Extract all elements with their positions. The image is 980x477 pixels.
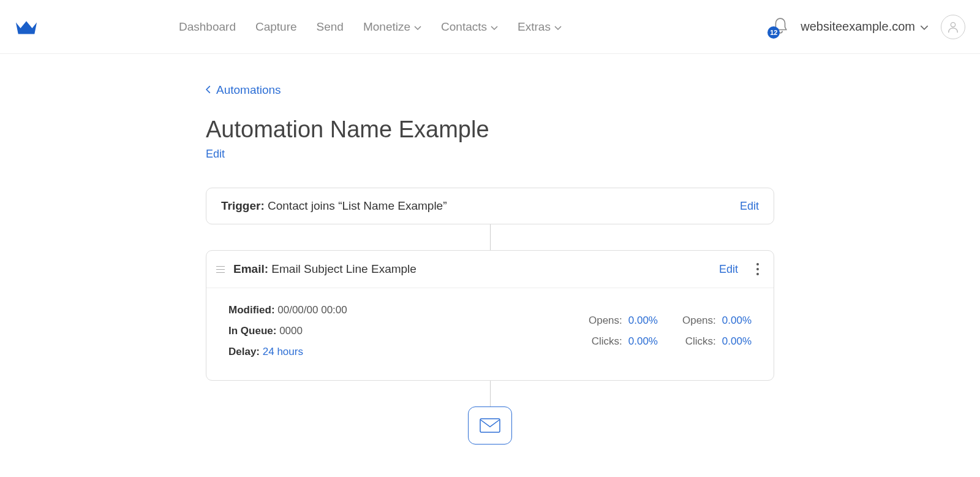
connector-line xyxy=(490,224,491,250)
edit-name-link[interactable]: Edit xyxy=(206,148,225,161)
more-options-icon[interactable] xyxy=(754,261,761,278)
stats-col-1: Opens: 0.00% Clicks: 0.00% xyxy=(589,315,658,348)
nav-contacts[interactable]: Contacts xyxy=(441,20,498,34)
opens-label: Opens: xyxy=(589,315,622,327)
nav-capture[interactable]: Capture xyxy=(255,20,297,34)
opens-label: Opens: xyxy=(682,315,716,327)
nav-dashboard[interactable]: Dashboard xyxy=(179,20,236,34)
chevron-down-icon xyxy=(491,20,498,34)
nav-label: Capture xyxy=(255,20,297,34)
nav-extras[interactable]: Extras xyxy=(518,20,562,34)
main-nav: Dashboard Capture Send Monetize Contacts… xyxy=(179,20,562,34)
breadcrumb-automations[interactable]: Automations xyxy=(206,83,774,97)
opens-value-link[interactable]: 0.00% xyxy=(722,315,752,327)
trigger-text: Contact joins “List Name Example” xyxy=(268,199,447,212)
clicks-value-link[interactable]: 0.00% xyxy=(722,335,752,348)
nav-label: Monetize xyxy=(363,20,410,34)
email-step-card: Email: Email Subject Line Example Edit M… xyxy=(206,250,774,381)
notification-count-badge: 12 xyxy=(767,26,780,39)
chevron-down-icon xyxy=(414,20,421,34)
meta-list: Modified: 00/00/00 00:00 In Queue: 0000 … xyxy=(228,304,347,358)
modified-value: 00/00/00 00:00 xyxy=(277,304,347,316)
delay-label: Delay: xyxy=(228,346,260,357)
notifications-button[interactable]: 12 xyxy=(772,17,788,37)
clicks-label: Clicks: xyxy=(592,335,622,348)
delay-row: Delay: 24 hours xyxy=(228,346,347,358)
modified-row: Modified: 00/00/00 00:00 xyxy=(228,304,347,316)
trigger-prefix: Trigger: xyxy=(221,199,265,212)
opens-row-2: Opens: 0.00% xyxy=(682,315,752,327)
header-right: 12 websiteexample.com xyxy=(772,15,965,39)
domain-label: websiteexample.com xyxy=(801,20,915,34)
stats-col-2: Opens: 0.00% Clicks: 0.00% xyxy=(682,315,752,348)
trigger-label: Trigger: Contact joins “List Name Exampl… xyxy=(221,199,447,213)
email-card-header: Email: Email Subject Line Example Edit xyxy=(206,251,774,288)
chevron-down-icon xyxy=(920,20,929,34)
chevron-left-icon xyxy=(206,83,211,97)
page-title: Automation Name Example xyxy=(206,116,774,143)
queue-row: In Queue: 0000 xyxy=(228,325,347,337)
top-header: Dashboard Capture Send Monetize Contacts… xyxy=(0,0,980,54)
person-icon xyxy=(946,20,960,34)
edit-trigger-link[interactable]: Edit xyxy=(740,200,759,213)
clicks-row: Clicks: 0.00% xyxy=(589,335,658,348)
add-email-button[interactable] xyxy=(468,406,512,445)
queue-label: In Queue: xyxy=(228,325,276,337)
stats-block: Opens: 0.00% Clicks: 0.00% Opens: 0.00% … xyxy=(589,304,752,358)
breadcrumb-label: Automations xyxy=(216,83,281,97)
clicks-row-2: Clicks: 0.00% xyxy=(682,335,752,348)
opens-value-link[interactable]: 0.00% xyxy=(628,315,658,327)
user-avatar[interactable] xyxy=(941,15,965,39)
crown-logo-icon[interactable] xyxy=(15,18,38,36)
delay-value-link[interactable]: 24 hours xyxy=(263,346,303,357)
queue-value: 0000 xyxy=(279,325,303,337)
chevron-down-icon xyxy=(554,20,562,34)
opens-row: Opens: 0.00% xyxy=(589,315,658,327)
envelope-icon xyxy=(480,418,500,433)
modified-label: Modified: xyxy=(228,304,275,316)
drag-handle-icon[interactable] xyxy=(216,266,225,273)
clicks-label: Clicks: xyxy=(685,335,716,348)
svg-rect-1 xyxy=(480,419,500,432)
email-prefix: Email: xyxy=(233,262,268,275)
edit-email-link[interactable]: Edit xyxy=(719,263,738,276)
nav-label: Send xyxy=(317,20,344,34)
nav-monetize[interactable]: Monetize xyxy=(363,20,421,34)
domain-selector[interactable]: websiteexample.com xyxy=(801,20,929,34)
connector-line xyxy=(490,381,491,406)
email-card-body: Modified: 00/00/00 00:00 In Queue: 0000 … xyxy=(206,288,774,380)
email-label: Email: Email Subject Line Example xyxy=(233,262,710,276)
clicks-value-link[interactable]: 0.00% xyxy=(628,335,658,348)
nav-send[interactable]: Send xyxy=(317,20,344,34)
nav-label: Dashboard xyxy=(179,20,236,34)
nav-label: Contacts xyxy=(441,20,487,34)
email-subject: Email Subject Line Example xyxy=(271,262,417,275)
trigger-card: Trigger: Contact joins “List Name Exampl… xyxy=(206,188,774,224)
main-content: Automations Automation Name Example Edit… xyxy=(206,54,774,477)
svg-point-0 xyxy=(951,22,955,26)
nav-label: Extras xyxy=(518,20,551,34)
